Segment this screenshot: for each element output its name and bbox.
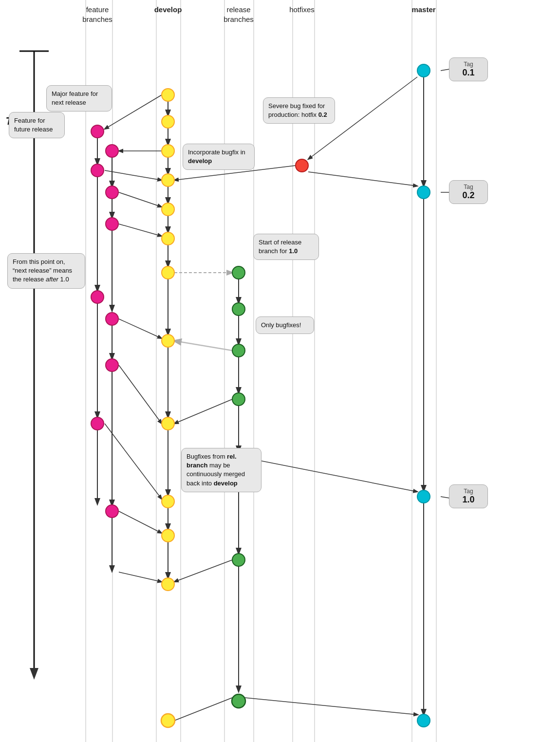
node-m4 (417, 714, 430, 727)
node-d5 (161, 203, 175, 216)
callout-only: Only bugfixes! (256, 316, 314, 334)
node-r1 (232, 266, 245, 279)
svg-line-46 (245, 458, 417, 492)
lane-line-master-left (411, 0, 412, 742)
lane-line-release-left (224, 0, 225, 742)
callout-feature: Feature for future release (9, 112, 65, 138)
node-fb8 (105, 358, 119, 372)
node-m3 (417, 490, 430, 503)
callout-major: Major feature for next release (46, 85, 112, 111)
col-label-feature: featurebranches (71, 5, 124, 24)
node-m1 (417, 64, 430, 77)
node-d7 (161, 266, 175, 279)
node-hf1 (295, 159, 309, 172)
node-d11 (161, 529, 175, 542)
node-r3 (232, 344, 245, 357)
node-fb2 (105, 144, 119, 158)
tag-value-02: 0.2 (456, 190, 481, 201)
col-label-develop: develop (144, 5, 192, 15)
callout-severe: Severe bug fixed for production: hotfix … (263, 97, 335, 124)
tag-label-01: Tag (456, 61, 481, 68)
svg-line-35 (119, 192, 162, 207)
node-d4 (161, 173, 175, 187)
callout-bugfix: Incorporate bugfix in develop (183, 144, 255, 170)
node-fb6 (91, 290, 104, 304)
node-fb4 (105, 186, 119, 199)
node-fb1 (91, 125, 104, 138)
svg-point-55 (161, 714, 175, 727)
node-fb7 (105, 312, 119, 326)
svg-line-38 (119, 365, 162, 424)
svg-line-39 (105, 424, 162, 499)
col-label-release: releasebranches (212, 5, 265, 24)
node-fb10 (105, 504, 119, 518)
node-fb5 (105, 217, 119, 231)
tag-label-02: Tag (456, 184, 481, 190)
callout-bugfixes: Bugfixes from rel. branch may be continu… (181, 448, 261, 492)
node-d9 (161, 417, 175, 430)
tag-box-01: Tag 0.1 (449, 57, 488, 81)
node-d10 (161, 495, 175, 508)
node-d6 (161, 232, 175, 245)
tag-value-01: 0.1 (456, 68, 481, 78)
lane-line-master-right (436, 0, 437, 742)
svg-line-41 (119, 572, 162, 582)
callout-start: Start of release branch for 1.0 (253, 234, 319, 260)
svg-line-36 (119, 224, 162, 236)
col-label-master: master (404, 5, 443, 15)
node-r4 (232, 392, 245, 406)
node-d2 (161, 115, 175, 129)
svg-point-56 (232, 694, 245, 708)
node-r2 (232, 302, 245, 316)
svg-line-37 (119, 319, 162, 338)
node-d1 (161, 88, 175, 102)
svg-line-32 (105, 95, 162, 129)
svg-line-34 (105, 170, 162, 180)
node-r6 (232, 553, 245, 567)
tag-box-02: Tag 0.2 (449, 180, 488, 204)
callout-next: From this point on, “next release” means… (7, 253, 85, 289)
node-d12 (161, 577, 175, 591)
tag-box-10: Tag 1.0 (449, 484, 488, 508)
col-label-hotfixes: hotfixes (280, 5, 324, 15)
node-d3 (161, 144, 175, 158)
tag-label-10: Tag (456, 488, 481, 495)
tag-value-10: 1.0 (456, 495, 481, 505)
svg-line-40 (119, 511, 162, 533)
svg-line-53 (245, 698, 418, 715)
lane-line-develop-right (180, 0, 181, 742)
lane-line-develop-left (156, 0, 157, 742)
node-fb3 (91, 164, 104, 177)
node-d8 (161, 334, 175, 348)
node-m2 (417, 186, 430, 199)
svg-line-44 (308, 172, 417, 186)
node-fb9 (91, 417, 104, 430)
lane-line-release-right (253, 0, 254, 742)
